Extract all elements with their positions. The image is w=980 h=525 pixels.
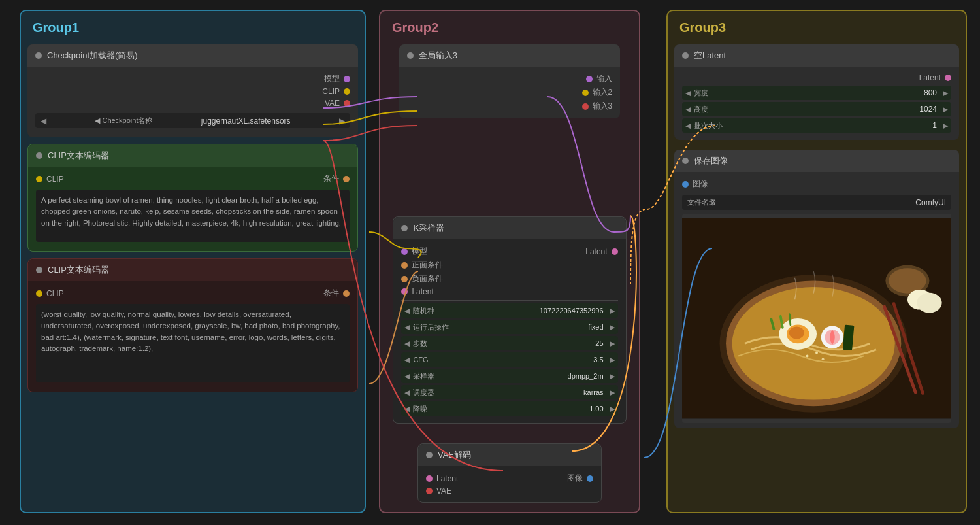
clip-negative-title: CLIP文本编码器 [48,264,109,276]
k-positive-port[interactable] [401,262,408,269]
seed-right-arrow[interactable]: ▶ [606,307,618,315]
clip-out-port[interactable] [344,88,350,95]
model-port[interactable] [344,76,350,82]
height-label: 高度 [694,105,733,114]
sampler-left-arrow[interactable]: ◀ [401,372,413,381]
vae-decode-title: VAE解码 [438,449,471,461]
cfg-label: CFG [413,356,459,364]
svg-point-17 [815,352,818,354]
clip-negative-node: CLIP文本编码器 CLIP 条件 (worst quality, low qu… [27,258,358,392]
vae-in-label: VAE [436,486,451,496]
aftergen-value: fixed [459,323,606,331]
clip-port-row: CLIP [35,86,350,97]
clip-negative-text[interactable]: (worst quality, low quality, normal qual… [36,304,350,382]
model-port-row: 模型 [35,72,350,86]
global-input-dot [407,52,414,59]
height-value: 1024 [733,105,939,114]
batch-value: 1 [733,121,939,130]
aftergen-right-arrow[interactable]: ▶ [606,323,618,331]
clip-positive-text[interactable]: A perfect steaming bowl of ramen, thing … [36,190,350,242]
vae-decode-dot [426,452,433,458]
denoise-value: 1.00 [459,405,606,413]
clip-pos-dot [36,152,42,159]
k-latent-out-port[interactable] [612,248,618,255]
batch-right-arrow[interactable]: ▶ [939,122,951,130]
k-latent-in-label: Latent [412,287,433,296]
group2-title: Group2 [387,18,632,38]
global-input-header: 全局输入3 [399,44,620,67]
save-image-in-port[interactable] [682,181,689,188]
global-input3-port[interactable] [582,103,589,110]
k-sampler-body: 模型 Latent 正面条件 负面条件 [393,239,625,423]
steps-label: 步数 [413,339,459,348]
vae-out-label: VAE [325,99,340,108]
svg-point-18 [822,358,825,360]
filename-value: ComfyUI [915,198,946,207]
global-input1-port[interactable] [586,76,593,82]
checkpoint-title: Checkpoint加载器(简易) [47,50,138,61]
aftergen-label: 运行后操作 [413,322,459,332]
batch-left-arrow[interactable]: ◀ [682,122,694,130]
empty-latent-body: Latent ◀ 宽度 800 ▶ ◀ 高度 1024 ▶ [674,67,959,140]
k-sampler-header: K采样器 [393,217,625,239]
clip-pos-in-port[interactable] [36,176,42,182]
vae-decode-node: VAE解码 Latent 图像 VAE [417,443,602,503]
steps-right-arrow[interactable]: ▶ [606,339,618,348]
vae-in-port[interactable] [426,488,433,494]
empty-latent-header: 空Latent [674,44,959,67]
condition-out-port[interactable] [343,176,350,182]
ramen-image-svg [682,214,951,423]
k-model-in-port[interactable] [401,248,408,255]
svg-point-16 [806,355,809,358]
clip-pos-in-label: CLIP [46,175,64,184]
condition-neg-out-port[interactable] [343,290,350,297]
clip-negative-header: CLIP文本编码器 [28,259,357,281]
global-input-body: 输入 输入2 输入3 [399,67,620,118]
clip-positive-body: CLIP 条件 A perfect steaming bowl of ramen… [28,167,357,251]
height-right-arrow[interactable]: ▶ [939,105,951,114]
k-latent-in-port[interactable] [401,288,408,295]
k-sampler-title: K采样器 [413,222,444,234]
checkpoint-right-arrow[interactable]: ▶ [339,116,345,126]
vae-latent-in-port[interactable] [426,475,433,482]
batch-label: 批次大小 [694,121,733,131]
cfg-left-arrow[interactable]: ◀ [401,356,413,364]
height-left-arrow[interactable]: ◀ [682,105,694,114]
checkpoint-node: Checkpoint加载器(简易) 模型 CLIP VAE ◀ [27,44,358,137]
filename-selector[interactable]: 文件名缀 ComfyUI [682,195,951,210]
clip-negative-body: CLIP 条件 (worst quality, low quality, nor… [28,281,357,392]
scheduler-left-arrow[interactable]: ◀ [401,388,413,397]
denoise-left-arrow[interactable]: ◀ [401,405,413,413]
clip-out-label: CLIP [322,87,340,96]
latent-out-port[interactable] [945,75,951,81]
group3-title: Group3 [674,18,959,38]
checkpoint-left-arrow[interactable]: ◀ [41,116,46,126]
denoise-right-arrow[interactable]: ▶ [606,405,618,413]
steps-left-arrow[interactable]: ◀ [401,339,413,348]
cfg-right-arrow[interactable]: ▶ [606,356,618,364]
clip-neg-in-port[interactable] [36,290,42,297]
global-input2-port[interactable] [582,90,589,96]
k-positive-label: 正面条件 [412,260,443,271]
group2: Group2 全局输入3 输入 输入2 [379,10,640,513]
vae-image-out-port[interactable] [587,475,593,482]
aftergen-left-arrow[interactable]: ◀ [401,323,413,331]
sampler-right-arrow[interactable]: ▶ [606,372,618,381]
main-canvas: Group1 Checkpoint加载器(简易) 模型 CLIP VAE [0,0,980,525]
svg-point-4 [732,287,895,399]
width-right-arrow[interactable]: ▶ [939,89,951,97]
width-left-arrow[interactable]: ◀ [682,89,694,97]
width-label: 宽度 [694,88,733,98]
checkpoint-name-label: ◀ Checkpoint名称 [95,116,152,126]
checkpoint-selector[interactable]: ◀ ◀ Checkpoint名称 juggernautXL.safetensor… [35,113,350,128]
sampler-label: 采样器 [413,371,459,381]
seed-left-arrow[interactable]: ◀ [401,307,413,315]
ramen-preview [682,214,951,423]
checkpoint-header: Checkpoint加载器(简易) [27,44,358,67]
save-image-dot [682,158,689,164]
k-sampler-dot [401,225,408,231]
clip-neg-in-label: CLIP [46,289,64,298]
k-negative-port[interactable] [401,276,408,282]
scheduler-right-arrow[interactable]: ▶ [606,388,618,397]
vae-out-port[interactable] [344,100,350,107]
